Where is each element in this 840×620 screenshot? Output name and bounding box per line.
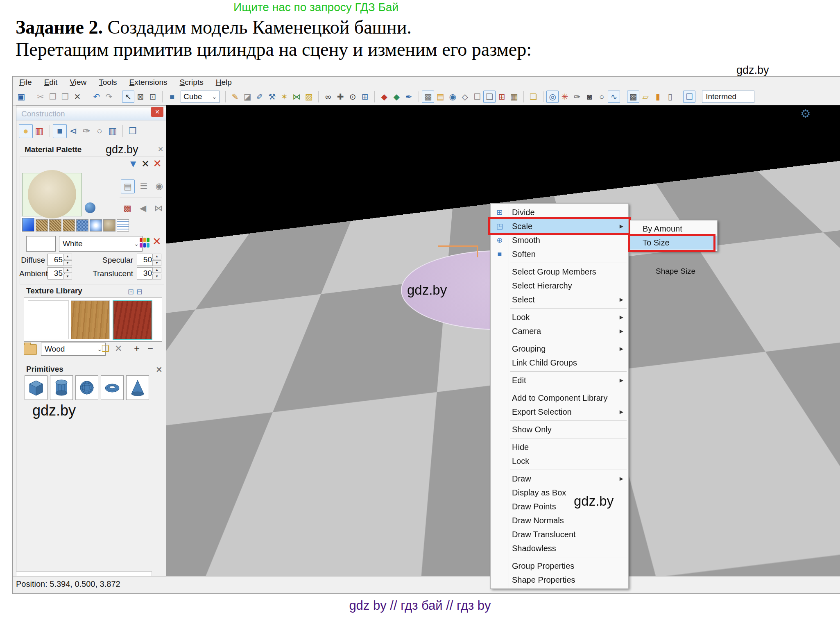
y-field[interactable]: 2.2 (705, 286, 731, 299)
shape-mode-cube-icon[interactable]: ■ (166, 91, 178, 103)
mirror-left-icon[interactable]: ◀ (136, 202, 149, 215)
construction-title-bar[interactable]: Construction (16, 108, 167, 120)
collapse-icon[interactable]: ⊡ (128, 287, 134, 296)
delete-texture-icon[interactable]: ✕ (115, 343, 122, 355)
dialog-close-icon[interactable]: ✕ (778, 266, 784, 275)
texture-mode-list[interactable] (117, 219, 129, 232)
green-gem-icon[interactable]: ◆ (390, 91, 403, 103)
paste-icon[interactable]: ❒ (59, 91, 71, 103)
z-stepper[interactable]: ▲ ▼ (779, 286, 788, 298)
display-box-icon[interactable]: ☐ (683, 91, 695, 103)
ok-button[interactable]: OK (665, 304, 698, 316)
context-menu-item[interactable]: Shadowless (491, 541, 628, 555)
shapes-tab-icon[interactable]: ■ (53, 124, 67, 138)
texture-mode-noise-1[interactable] (36, 219, 48, 232)
gear-icon[interactable]: ⚙ (800, 107, 811, 120)
context-menu-item[interactable]: Camera ▶ (491, 324, 628, 338)
z-field[interactable]: 1.0 (756, 286, 781, 298)
context-menu-item[interactable]: Lock (491, 454, 628, 468)
fit-view-icon[interactable]: ⊞ (359, 91, 371, 103)
texture-cube-icon[interactable]: ▦ (508, 91, 520, 103)
tag-tab-icon[interactable]: ⊲ (67, 125, 80, 138)
submenu-item[interactable]: To Size (630, 236, 717, 250)
undo-icon[interactable]: ↶ (91, 91, 103, 103)
spin-up-icon[interactable]: ▲ (152, 267, 161, 273)
blue-pen-icon[interactable]: ✒ (403, 91, 415, 103)
spin-up-icon[interactable]: ▲ (63, 254, 72, 259)
wire-sphere-icon[interactable]: ◎ (546, 91, 559, 103)
spin-up-icon[interactable]: ▲ (730, 286, 738, 291)
context-menu-item[interactable]: Draw Normals (491, 513, 628, 527)
diffuse-value[interactable]: 65 (48, 254, 65, 266)
texture-category-select[interactable]: Wood ⌄ (41, 343, 106, 356)
y-stepper[interactable]: ▲ ▼ (730, 286, 738, 298)
menubar-item[interactable]: Tools (99, 78, 117, 87)
shape-mode-select[interactable]: Cube ⌄ (181, 91, 220, 103)
texture-mode-sphere[interactable] (103, 219, 115, 232)
column-icon[interactable]: ▯ (664, 91, 676, 103)
delete-icon[interactable]: ✕ (71, 91, 84, 103)
copy-icon[interactable]: ❐ (47, 91, 59, 103)
select-icon[interactable]: ↖ (122, 91, 134, 103)
clear-color-icon[interactable]: ✕ (152, 236, 161, 247)
section-close-icon[interactable]: ✕ (158, 145, 163, 154)
yellow-box-icon[interactable]: ▤ (434, 91, 446, 103)
camera-icon[interactable]: ◙ (583, 91, 595, 103)
context-menu-item[interactable]: Edit ▶ (491, 373, 628, 387)
joint-tab-icon[interactable]: ✑ (80, 125, 93, 138)
context-menu-item[interactable]: ⊞ Divide (491, 205, 628, 219)
bricks-material-icon[interactable]: ▤ (121, 179, 135, 193)
library-tab-icon[interactable]: ▥ (106, 125, 119, 138)
menubar-item[interactable]: Extensions (129, 78, 168, 87)
context-menu-item[interactable]: ■ Soften (491, 247, 628, 261)
menubar-item[interactable]: View (70, 78, 86, 87)
context-menu-item[interactable]: Hide (491, 440, 628, 454)
texture-mode-noise-2[interactable] (49, 219, 61, 232)
context-menu-item[interactable]: Draw ▶ (491, 472, 628, 486)
context-menu-item[interactable]: ⊕ Smooth (491, 233, 628, 247)
light-tab-icon[interactable]: ○ (93, 125, 106, 138)
delete-material-icon[interactable]: ✕ (141, 158, 149, 170)
pan-hand-icon[interactable]: ✚ (334, 91, 346, 103)
primitives-close-icon[interactable]: ✕ (156, 365, 163, 375)
texture-mode-blue[interactable] (22, 218, 34, 232)
paint-fill-icon[interactable]: ◪ (241, 91, 254, 103)
cylinders-material-icon[interactable]: ☰ (137, 179, 150, 193)
cut-icon[interactable]: ✂ (34, 91, 47, 103)
material-secondary-sphere[interactable] (85, 202, 95, 213)
texture-swatch-wood[interactable] (71, 300, 110, 339)
menubar-item[interactable]: Edit (44, 78, 58, 87)
skill-level-select[interactable]: Intermed (702, 91, 754, 103)
paint-brush-icon[interactable]: ✎ (229, 91, 241, 103)
save-icon[interactable]: ▣ (15, 91, 27, 103)
context-menu-item[interactable]: Group Properties (491, 559, 628, 573)
ambient-stepper[interactable]: ▲ ▼ (63, 267, 72, 279)
context-menu-item[interactable]: Select Group Members (491, 265, 628, 279)
menubar-item[interactable]: File (19, 78, 32, 87)
mirror-axes-icon[interactable]: ⋈ (290, 91, 303, 103)
texture-mode-glow[interactable] (90, 219, 102, 232)
axis-star-icon[interactable]: ✳ (559, 91, 571, 103)
wrench-icon[interactable]: ⚒ (266, 91, 278, 103)
reset-button[interactable]: Reset (736, 304, 767, 316)
clipboard-icon[interactable]: ❏ (527, 91, 539, 103)
pen-icon[interactable]: ✐ (254, 91, 266, 103)
specular-stepper[interactable]: ▲ ▼ (152, 254, 161, 265)
spin-up-icon[interactable]: ▲ (63, 267, 72, 273)
specular-value[interactable]: 50 (137, 254, 154, 266)
primitive-cone[interactable] (126, 375, 149, 400)
curve-icon[interactable]: ∿ (608, 91, 620, 103)
context-menu-item[interactable]: Link Child Groups (491, 356, 628, 370)
windows-tab-icon[interactable]: ❐ (126, 125, 139, 138)
spin-up-icon[interactable]: ▲ (679, 286, 687, 291)
x-field[interactable]: 1.0 (654, 286, 680, 298)
select-rect-icon[interactable]: ⊡ (147, 91, 159, 103)
open-texture-folder-icon[interactable] (24, 344, 37, 355)
texture-mode-noise-3[interactable] (63, 219, 75, 232)
stamp-texture-icon[interactable]: ▩ (121, 202, 134, 215)
primitive-torus[interactable] (101, 375, 124, 400)
solid-box-icon[interactable]: ❑ (483, 91, 496, 103)
spin-down-icon[interactable]: ▼ (730, 292, 738, 298)
context-menu-item[interactable]: Export Selection ▶ (491, 405, 628, 419)
remove-category-icon[interactable]: − (147, 343, 153, 355)
